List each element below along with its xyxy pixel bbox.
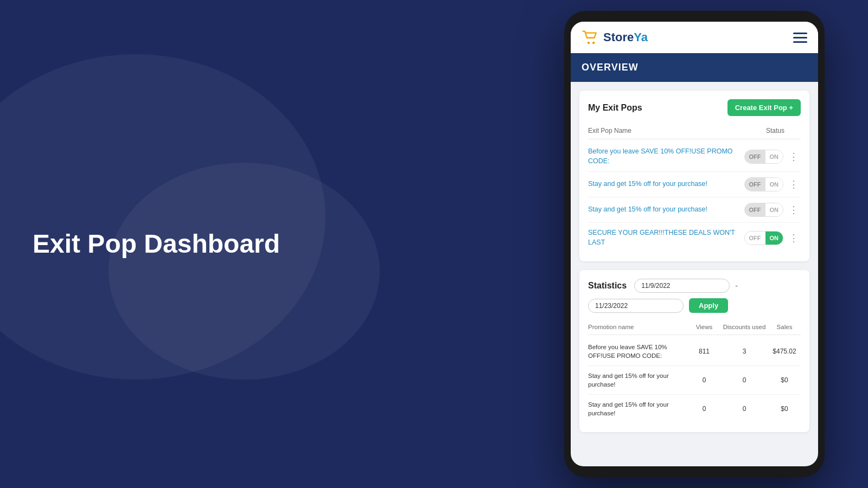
apply-button[interactable]: Apply [689,298,728,313]
create-exit-pop-button[interactable]: Create Exit Pop + [727,99,801,116]
more-options-icon[interactable]: ⋮ [787,231,801,245]
stats-table-header: Promotion name Views Discounts used Sale… [588,320,801,335]
exit-pop-row: Stay and get 15% off for your purchase! … [588,172,801,197]
col-status-label: Status [766,127,784,134]
exit-pops-card: My Exit Pops Create Exit Pop + Exit Pop … [579,91,809,261]
stats-views: 811 [688,348,720,355]
stats-views: 0 [688,376,720,384]
toggle-off-label[interactable]: OFF [745,178,765,191]
date-from-input[interactable] [634,279,730,293]
exit-pop-name: SECURE YOUR GEAR!!!THESE DEALS WON'T LAS… [588,228,739,247]
col-views-label: Views [688,324,720,330]
exit-pop-name: Stay and get 15% off for your purchase! [588,179,739,189]
more-options-icon[interactable]: ⋮ [787,203,801,217]
svg-point-0 [588,42,590,44]
toggle-off-label[interactable]: OFF [745,150,765,163]
exit-pops-table-header: Exit Pop Name Status [588,124,801,139]
col-discounts-label: Discounts used [723,324,766,330]
device-frame: StoreYa OVERVIEW My Exit Pops Create Exi… [564,11,825,477]
stats-discounts: 3 [723,348,766,355]
toggle-row: OFF ON ⋮ [744,231,801,245]
exit-pops-title: My Exit Pops [588,103,642,113]
toggle-switch[interactable]: OFF ON [744,177,784,191]
statistics-title: Statistics [588,281,627,291]
more-options-icon[interactable]: ⋮ [787,150,801,164]
toggle-row: OFF ON ⋮ [744,203,801,217]
bg-decoration-1 [0,54,326,380]
toggle-on-label[interactable]: ON [765,203,783,216]
stats-views: 0 [688,405,720,413]
toggle-switch[interactable]: OFF ON [744,231,784,245]
col-sales-label: Sales [768,324,801,330]
exit-pop-name: Before you leave SAVE 10% OFF!USE PROMO … [588,147,739,166]
toggle-on-label[interactable]: ON [765,178,783,191]
date-separator: - [735,281,738,290]
stats-sales: $0 [768,376,801,384]
col-name-label: Exit Pop Name [588,127,631,134]
col-promotion-label: Promotion name [588,324,686,330]
statistics-card: Statistics - Apply Promotion name Views … [579,270,809,432]
stats-row: Stay and get 15% off for your purchase! … [588,366,801,395]
page-title: Exit Pop Dashboard [33,228,280,260]
logo-area: StoreYa [582,30,648,44]
toggle-on-label[interactable]: ON [765,150,783,163]
logo-text: StoreYa [603,30,648,44]
statistics-header: Statistics - Apply [588,279,801,313]
overview-title: OVERVIEW [582,62,807,73]
exit-pop-row: Stay and get 15% off for your purchase! … [588,197,801,223]
stats-row: Before you leave SAVE 10% OFF!USE PROMO … [588,337,801,366]
stats-sales: $0 [768,405,801,413]
exit-pop-name: Stay and get 15% off for your purchase! [588,205,739,215]
device-screen: StoreYa OVERVIEW My Exit Pops Create Exi… [571,22,818,466]
stats-promo-name: Stay and get 15% off for your purchase! [588,400,686,418]
stats-discounts: 0 [723,405,766,413]
toggle-switch[interactable]: OFF ON [744,150,784,164]
left-section: Exit Pop Dashboard [33,228,280,260]
stats-sales: $475.02 [768,348,801,355]
stats-row: Stay and get 15% off for your purchase! … [588,395,801,423]
app-content: My Exit Pops Create Exit Pop + Exit Pop … [571,82,818,466]
exit-pop-row: SECURE YOUR GEAR!!!THESE DEALS WON'T LAS… [588,223,801,253]
stats-promo-name: Before you leave SAVE 10% OFF!USE PROMO … [588,343,686,360]
stats-discounts: 0 [723,376,766,384]
logo-ya: Ya [634,30,648,44]
toggle-on-label[interactable]: ON [765,232,783,245]
app-header: StoreYa [571,22,818,53]
more-options-icon[interactable]: ⋮ [787,177,801,191]
stats-promo-name: Stay and get 15% off for your purchase! [588,371,686,389]
bg-decoration-2 [108,163,380,380]
date-to-input[interactable] [588,299,684,313]
statistics-table: Promotion name Views Discounts used Sale… [588,320,801,423]
toggle-off-label[interactable]: OFF [745,203,765,216]
toggle-switch[interactable]: OFF ON [744,203,784,217]
overview-banner: OVERVIEW [571,53,818,82]
logo-store: Store [603,30,634,44]
svg-point-1 [592,42,595,44]
toggle-row: OFF ON ⋮ [744,150,801,164]
toggle-off-label[interactable]: OFF [745,232,765,245]
cart-icon [582,30,599,44]
hamburger-menu-icon[interactable] [793,33,807,43]
toggle-row: OFF ON ⋮ [744,177,801,191]
exit-pops-header: My Exit Pops Create Exit Pop + [588,99,801,116]
exit-pop-row: Before you leave SAVE 10% OFF!USE PROMO … [588,142,801,172]
